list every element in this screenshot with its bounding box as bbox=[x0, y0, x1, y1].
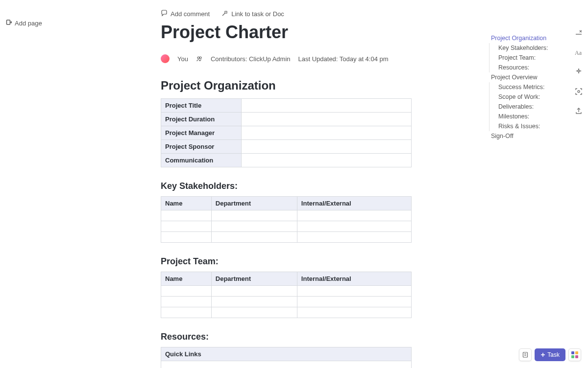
svg-rect-0 bbox=[7, 20, 10, 24]
outline-item[interactable]: Sign-Off bbox=[489, 131, 563, 141]
table-row[interactable] bbox=[161, 297, 412, 307]
resources-table[interactable]: Quick Links bbox=[161, 347, 412, 368]
add-comment-label: Add comment bbox=[171, 10, 210, 18]
apps-button[interactable] bbox=[568, 348, 581, 361]
task-button[interactable]: Task bbox=[535, 348, 565, 361]
table-row[interactable] bbox=[161, 307, 412, 318]
stakeholders-table[interactable]: NameDepartmentInternal/External bbox=[161, 196, 412, 243]
apps-icon bbox=[571, 351, 578, 358]
outline-item[interactable]: Resources: bbox=[489, 63, 563, 72]
link-icon bbox=[221, 10, 228, 18]
top-actions: Add comment Link to task or Doc bbox=[161, 10, 412, 18]
row-label: Project Sponsor bbox=[161, 140, 242, 154]
column-header: Name bbox=[161, 197, 212, 210]
table-row[interactable] bbox=[161, 232, 412, 243]
sparkle-icon[interactable] bbox=[573, 67, 584, 77]
focus-icon[interactable] bbox=[573, 86, 584, 97]
row-label: Project Manager bbox=[161, 126, 242, 140]
add-comment-button[interactable]: Add comment bbox=[161, 10, 210, 18]
svg-text:Aa: Aa bbox=[575, 49, 582, 56]
table-row[interactable]: Communication bbox=[161, 154, 412, 167]
link-task-button[interactable]: Link to task or Doc bbox=[221, 10, 284, 18]
side-tools: Aa bbox=[573, 27, 584, 116]
row-label: Communication bbox=[161, 154, 242, 167]
outline-item[interactable]: Project Team: bbox=[489, 53, 563, 63]
column-header: Department bbox=[211, 197, 297, 210]
subsection-heading-resources[interactable]: Resources: bbox=[161, 332, 412, 342]
people-icon bbox=[196, 55, 203, 62]
avatar[interactable] bbox=[161, 54, 170, 63]
share-icon[interactable] bbox=[573, 106, 584, 116]
outline-item[interactable]: Risks & Issues: bbox=[489, 121, 563, 131]
table-row[interactable]: Project Manager bbox=[161, 126, 412, 140]
you-label: You bbox=[177, 55, 188, 63]
table-row[interactable]: Project Sponsor bbox=[161, 140, 412, 154]
column-header: Internal/External bbox=[297, 272, 411, 286]
table-row[interactable] bbox=[161, 361, 412, 368]
table-row[interactable] bbox=[161, 286, 412, 297]
bottom-right-controls: Task bbox=[519, 348, 581, 361]
row-value[interactable] bbox=[241, 126, 411, 140]
plus-icon bbox=[6, 20, 12, 27]
document-body: Add comment Link to task or Doc Project … bbox=[161, 0, 412, 368]
add-page-label: Add page bbox=[15, 20, 42, 27]
meta-row: You Contributors: ClickUp Admin Last Upd… bbox=[161, 54, 412, 63]
outline-item[interactable]: Scope of Work: bbox=[489, 92, 563, 102]
outline-item[interactable]: Project Overview bbox=[489, 72, 563, 82]
quick-links-list[interactable] bbox=[165, 364, 407, 368]
row-value[interactable] bbox=[241, 140, 411, 154]
page-title[interactable]: Project Charter bbox=[161, 22, 412, 43]
table-row[interactable] bbox=[161, 210, 412, 221]
svg-rect-7 bbox=[523, 352, 528, 357]
list-item[interactable] bbox=[174, 364, 407, 368]
subsection-heading-stakeholders[interactable]: Key Stakeholders: bbox=[161, 181, 412, 191]
outline-item[interactable]: Key Stakeholders: bbox=[489, 43, 563, 53]
row-label: Project Duration bbox=[161, 113, 242, 126]
last-updated-text: Last Updated: Today at 4:04 pm bbox=[298, 55, 389, 63]
column-header: Internal/External bbox=[297, 197, 411, 210]
team-table[interactable]: NameDepartmentInternal/External bbox=[161, 272, 412, 318]
table-row[interactable] bbox=[161, 221, 412, 232]
outline-item[interactable]: Deliverables: bbox=[489, 102, 563, 112]
svg-point-6 bbox=[578, 91, 580, 92]
outline-item[interactable]: Milestones: bbox=[489, 112, 563, 121]
row-value[interactable] bbox=[241, 154, 411, 167]
table-row[interactable]: Project Title bbox=[161, 99, 412, 113]
column-header: Department bbox=[211, 272, 297, 286]
row-label: Project Title bbox=[161, 99, 242, 113]
svg-point-4 bbox=[199, 57, 201, 59]
table-row[interactable]: Project Duration bbox=[161, 113, 412, 126]
add-page-button[interactable]: Add page bbox=[6, 20, 42, 27]
section-heading-organization[interactable]: Project Organization bbox=[161, 79, 412, 92]
task-button-label: Task bbox=[547, 351, 560, 358]
comment-icon bbox=[161, 10, 168, 18]
column-header: Name bbox=[161, 272, 212, 286]
svg-point-3 bbox=[197, 57, 199, 59]
row-value[interactable] bbox=[241, 99, 411, 113]
row-value[interactable] bbox=[241, 113, 411, 126]
collapse-icon[interactable] bbox=[573, 27, 584, 38]
link-task-label: Link to task or Doc bbox=[231, 10, 284, 18]
typography-icon[interactable]: Aa bbox=[573, 47, 584, 58]
notes-button[interactable] bbox=[519, 348, 532, 361]
contributors-text: Contributors: ClickUp Admin bbox=[211, 55, 291, 63]
outline-item[interactable]: Project Organization bbox=[489, 33, 563, 43]
outline-panel: Project OrganizationKey Stakeholders:Pro… bbox=[489, 33, 563, 141]
column-header: Quick Links bbox=[161, 347, 412, 361]
outline-item[interactable]: Success Metrics: bbox=[489, 82, 563, 92]
organization-table[interactable]: Project TitleProject DurationProject Man… bbox=[161, 98, 412, 167]
subsection-heading-team[interactable]: Project Team: bbox=[161, 256, 412, 267]
